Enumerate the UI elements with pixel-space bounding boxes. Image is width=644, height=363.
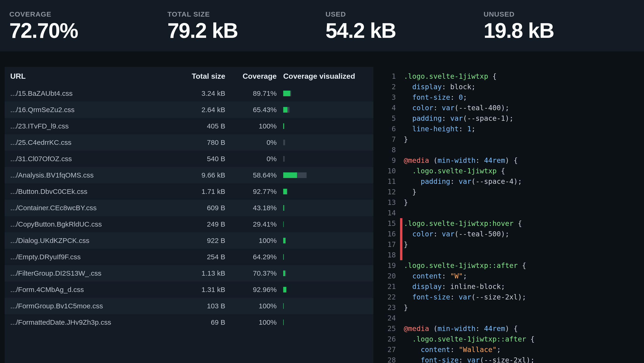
unused-marker <box>400 229 402 239</box>
table-row[interactable]: .../16.QrmSeZu2.css2.64 kB65.43% <box>5 102 374 118</box>
header-url[interactable]: URL <box>10 72 174 81</box>
used-marker <box>400 281 402 292</box>
used-marker <box>400 302 402 313</box>
summary-coverage-label: COVERAGE <box>9 10 160 18</box>
cell-total-size: 405 B <box>174 122 225 130</box>
header-coverage[interactable]: Coverage <box>225 72 277 81</box>
code-line[interactable]: 23} <box>380 302 639 313</box>
code-line[interactable]: 22 font-size: var(--size-2xl); <box>380 292 639 302</box>
table-row[interactable]: .../Empty.DRyuIf9F.css254 B64.29% <box>5 249 374 265</box>
code-line[interactable]: 13} <box>380 197 639 208</box>
code-line[interactable]: 26 .logo.svelte-1jiwtxp::after { <box>380 334 639 344</box>
header-total-size[interactable]: Total size <box>174 72 225 81</box>
cell-visualized <box>277 107 368 113</box>
code-line[interactable]: 9@media (min-width: 44rem) { <box>380 155 639 166</box>
code-line[interactable]: 8 <box>380 145 639 155</box>
cell-coverage: 43.18% <box>225 204 277 212</box>
code-line[interactable]: 12 } <box>380 187 639 197</box>
cell-total-size: 1.13 kB <box>174 269 225 277</box>
code-line[interactable]: 15.logo.svelte-1jiwtxp:hover { <box>380 218 639 229</box>
summary-total-size-value: 79.2 kB <box>168 20 319 41</box>
cell-visualized <box>277 320 368 325</box>
header-visualized[interactable]: Coverage visualized <box>277 72 368 81</box>
code-text: } <box>404 197 408 208</box>
line-number: 17 <box>380 239 400 250</box>
code-text: font-size: 0; <box>404 92 467 102</box>
cell-total-size: 254 B <box>174 253 225 261</box>
code-line[interactable]: 27 content: "Wallace"; <box>380 344 639 355</box>
code-line[interactable]: 17} <box>380 239 639 250</box>
bar-used <box>283 91 290 96</box>
line-number: 18 <box>380 250 400 260</box>
code-line[interactable]: 24 <box>380 313 639 323</box>
cell-total-size: 9.66 kB <box>174 171 225 179</box>
code-line[interactable]: 11 padding: var(--space-4); <box>380 176 639 187</box>
code-line[interactable]: 7} <box>380 134 639 145</box>
table-row[interactable]: .../FormattedDate.JHv9Zh3p.css69 B100% <box>5 314 374 331</box>
code-text: line-height: 1; <box>404 124 476 134</box>
table-header: URL Total size Coverage Coverage visuali… <box>5 67 374 85</box>
code-line[interactable]: 16 color: var(--teal-500); <box>380 229 639 239</box>
table-row[interactable]: .../FormGroup.Bv1C5moe.css103 B100% <box>5 298 374 314</box>
cell-total-size: 540 B <box>174 155 225 163</box>
code-line[interactable]: 5 padding: var(--space-1); <box>380 113 639 124</box>
code-text: @media (min-width: 44rem) { <box>404 323 518 334</box>
table-row[interactable]: .../15.BaZAUbt4.css3.24 kB89.71% <box>5 85 374 102</box>
code-line[interactable]: 25@media (min-width: 44rem) { <box>380 323 639 334</box>
bar-unused <box>286 287 286 293</box>
code-line[interactable]: 4 color: var(--teal-400); <box>380 102 639 113</box>
unused-marker <box>400 250 402 260</box>
code-line[interactable]: 19.logo.svelte-1jiwtxp::after { <box>380 260 639 271</box>
used-marker <box>400 208 402 218</box>
table-row[interactable]: .../23.ITvFD_l9.css405 B100% <box>5 118 374 134</box>
table-row[interactable]: .../Dialog.UKdKZPCK.css922 B100% <box>5 232 374 249</box>
used-marker <box>400 344 402 355</box>
table-row[interactable]: .../Analysis.BV1fqOMS.css9.66 kB58.64% <box>5 167 374 183</box>
code-text: .logo.svelte-1jiwtxp:hover { <box>404 218 522 229</box>
table-row[interactable]: .../CopyButton.BgkRldUC.css249 B29.41% <box>5 216 374 232</box>
code-line[interactable]: 6 line-height: 1; <box>380 124 639 134</box>
table-body: .../15.BaZAUbt4.css3.24 kB89.71%.../16.Q… <box>5 85 374 331</box>
unused-marker <box>400 239 402 250</box>
code-line[interactable]: 10 .logo.svelte-1jiwtxp { <box>380 166 639 176</box>
bar-unused <box>290 91 291 96</box>
table-row[interactable]: .../Container.CEc8wcBY.css609 B43.18% <box>5 200 374 216</box>
used-marker <box>400 155 402 166</box>
cell-coverage: 70.37% <box>225 269 277 277</box>
code-line[interactable]: 18 <box>380 250 639 260</box>
cell-coverage: 92.96% <box>225 286 277 294</box>
table-row[interactable]: .../Form.4CMbAg_d.css1.31 kB92.96% <box>5 282 374 298</box>
table-row[interactable]: .../Button.DbvC0CEk.css1.71 kB92.77% <box>5 183 374 200</box>
code-text: .logo.svelte-1jiwtxp::after { <box>404 260 526 271</box>
bar-used <box>283 189 287 194</box>
summary-coverage: COVERAGE 72.70% <box>9 10 160 41</box>
cell-coverage: 29.41% <box>225 220 277 228</box>
line-number: 11 <box>380 176 400 187</box>
used-marker <box>400 124 402 134</box>
bar-unused <box>284 221 284 227</box>
used-marker <box>400 292 402 302</box>
line-number: 6 <box>380 124 400 134</box>
source-code[interactable]: 1.logo.svelte-1jiwtxp {2 display: block;… <box>380 71 639 363</box>
table-row[interactable]: .../31.Cl07OfOZ.css540 B0% <box>5 151 374 167</box>
code-line[interactable]: 1.logo.svelte-1jiwtxp { <box>380 71 639 81</box>
code-line[interactable]: 14 <box>380 208 639 218</box>
used-marker <box>400 113 402 124</box>
table-row[interactable]: .../FilterGroup.DI2S13W_.css1.13 kB70.37… <box>5 265 374 282</box>
table-row[interactable]: .../25.C4edrrKC.css780 B0% <box>5 134 374 151</box>
code-line[interactable]: 2 display: block; <box>380 81 639 92</box>
cell-coverage: 64.29% <box>225 253 277 261</box>
code-text <box>404 208 408 218</box>
code-line[interactable]: 20 content: "W"; <box>380 271 639 281</box>
summary-total-size: TOTAL SIZE 79.2 kB <box>168 10 319 41</box>
source-panel[interactable]: 1.logo.svelte-1jiwtxp {2 display: block;… <box>380 67 639 363</box>
line-number: 23 <box>380 302 400 313</box>
code-text: } <box>404 187 416 197</box>
code-line[interactable]: 21 display: inline-block; <box>380 281 639 292</box>
cell-visualized <box>277 221 368 227</box>
cell-total-size: 3.24 kB <box>174 89 225 97</box>
code-line[interactable]: 28 font-size: var(--size-2xl); <box>380 355 639 363</box>
cell-url: .../16.QrmSeZu2.css <box>10 106 174 114</box>
code-text: font-size: var(--size-2xl); <box>404 355 535 363</box>
code-line[interactable]: 3 font-size: 0; <box>380 92 639 102</box>
